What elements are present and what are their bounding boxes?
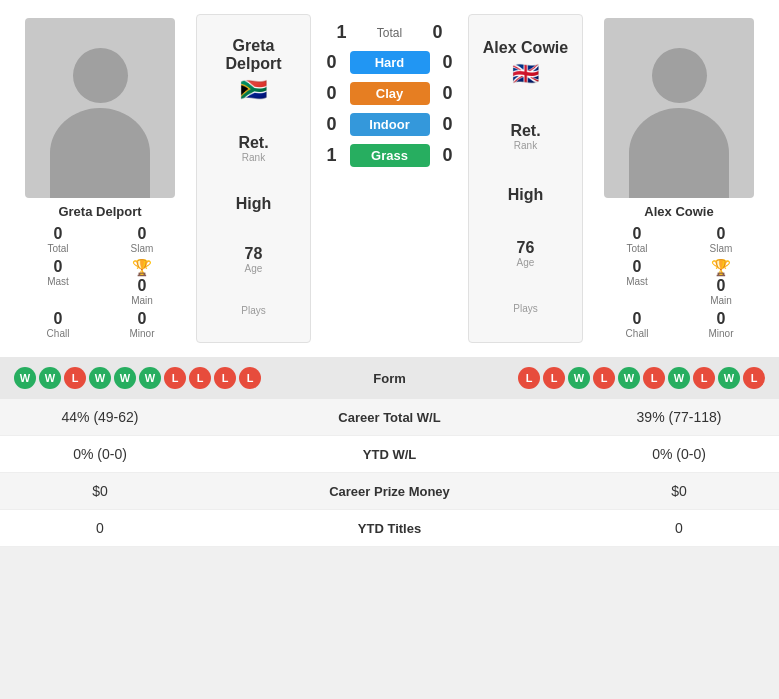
right-form-badge-w: W: [718, 367, 740, 389]
left-player-stats: 0 Total 0 Slam 0 Mast 🏆 0 Main 0: [18, 225, 182, 339]
right-minor-stat: 0 Minor: [681, 310, 761, 339]
hard-left-score: 0: [322, 52, 342, 73]
left-player-card: Greta Delport 0 Total 0 Slam 0 Mast 🏆 0: [10, 10, 190, 347]
right-mast-stat: 0 Mast: [597, 258, 677, 306]
clay-right-score: 0: [438, 83, 458, 104]
stats-row-right-1: 0% (0-0): [599, 446, 759, 462]
left-mast-label: Mast: [47, 276, 69, 287]
left-flag: 🇿🇦: [226, 77, 282, 103]
right-trophy: 🏆 0 Main: [681, 258, 761, 306]
right-age-value: 76: [517, 239, 535, 257]
left-high-item: High: [236, 191, 272, 217]
right-age-item: 76 Age: [517, 235, 535, 272]
left-chall-label: Chall: [47, 328, 70, 339]
right-slam-stat: 0 Slam: [681, 225, 761, 254]
right-player-name: Alex Cowie: [644, 204, 713, 219]
total-right-score: 0: [428, 22, 448, 43]
stats-row-right-3: 0: [599, 520, 759, 536]
right-minor-value: 0: [717, 310, 726, 328]
form-section: WWLWWWLLLL Form LLWLWLWLWL: [0, 357, 779, 399]
left-minor-label: Minor: [129, 328, 154, 339]
right-mast-label: Mast: [626, 276, 648, 287]
stats-row-label-3: YTD Titles: [180, 521, 599, 536]
right-plays-label: Plays: [513, 303, 537, 314]
right-player-details: Alex Cowie 🇬🇧 Ret. Rank High 76 Age Play…: [468, 14, 583, 343]
right-slam-label: Slam: [710, 243, 733, 254]
right-player-stats: 0 Total 0 Slam 0 Mast 🏆 0 Main 0: [597, 225, 761, 339]
stats-row-0: 44% (49-62)Career Total W/L39% (77-118): [0, 399, 779, 436]
clay-left-score: 0: [322, 83, 342, 104]
left-slam-stat: 0 Slam: [102, 225, 182, 254]
stats-row-label-0: Career Total W/L: [180, 410, 599, 425]
stats-row-left-3: 0: [20, 520, 180, 536]
right-total-value: 0: [633, 225, 642, 243]
right-mast-value: 0: [633, 258, 642, 276]
right-form-badge-l: L: [593, 367, 615, 389]
stats-section: 44% (49-62)Career Total W/L39% (77-118)0…: [0, 399, 779, 547]
right-trophy-icon: 🏆: [711, 258, 731, 277]
form-label: Form: [373, 371, 406, 386]
right-form-badge-l: L: [743, 367, 765, 389]
right-form-badge-l: L: [518, 367, 540, 389]
stats-row-label-2: Career Prize Money: [180, 484, 599, 499]
left-main-value: 0: [138, 277, 147, 295]
indoor-badge: Indoor: [350, 113, 430, 136]
right-form-badge-l: L: [643, 367, 665, 389]
left-form-badge-w: W: [39, 367, 61, 389]
left-trophy: 🏆 0 Main: [102, 258, 182, 306]
hard-right-score: 0: [438, 52, 458, 73]
stats-row-3: 0YTD Titles0: [0, 510, 779, 547]
right-slam-value: 0: [717, 225, 726, 243]
right-player-card: Alex Cowie 0 Total 0 Slam 0 Mast 🏆 0 Ma: [589, 10, 769, 347]
right-player-header: Alex Cowie 🇬🇧: [483, 39, 568, 87]
right-minor-label: Minor: [708, 328, 733, 339]
right-chall-value: 0: [633, 310, 642, 328]
right-form-badge-w: W: [568, 367, 590, 389]
indoor-left-score: 0: [322, 114, 342, 135]
left-total-stat: 0 Total: [18, 225, 98, 254]
right-high-item: High: [508, 182, 544, 208]
left-slam-value: 0: [138, 225, 147, 243]
left-rank-item: Ret. Rank: [238, 130, 268, 167]
stats-row-left-1: 0% (0-0): [20, 446, 180, 462]
right-main-label: Main: [710, 295, 732, 306]
stats-row-label-1: YTD W/L: [180, 447, 599, 462]
right-rank-label: Rank: [510, 140, 540, 151]
main-container: Greta Delport 0 Total 0 Slam 0 Mast 🏆 0: [0, 0, 779, 547]
left-form-badge-l: L: [64, 367, 86, 389]
left-minor-stat: 0 Minor: [102, 310, 182, 339]
indoor-right-score: 0: [438, 114, 458, 135]
grass-row: 1 Grass 0: [317, 144, 462, 167]
right-chall-label: Chall: [626, 328, 649, 339]
total-label: Total: [360, 26, 420, 40]
stats-row-left-0: 44% (49-62): [20, 409, 180, 425]
left-chall-stat: 0 Chall: [18, 310, 98, 339]
left-age-item: 78 Age: [245, 241, 263, 278]
left-main-label: Main: [131, 295, 153, 306]
right-main-value: 0: [717, 277, 726, 295]
left-slam-label: Slam: [131, 243, 154, 254]
left-chall-value: 0: [54, 310, 63, 328]
left-form-badge-w: W: [14, 367, 36, 389]
right-form-badges: LLWLWLWLWL: [518, 367, 765, 389]
grass-left-score: 1: [322, 145, 342, 166]
left-trophy-icon: 🏆: [132, 258, 152, 277]
right-plays-item: Plays: [513, 299, 537, 318]
left-plays-label: Plays: [241, 305, 265, 316]
stats-row-2: $0Career Prize Money$0: [0, 473, 779, 510]
left-player-header-name: GretaDelport: [226, 37, 282, 73]
right-player-avatar: [604, 18, 754, 198]
left-form-badge-w: W: [139, 367, 161, 389]
left-mast-value: 0: [54, 258, 63, 276]
right-total-label: Total: [626, 243, 647, 254]
left-minor-value: 0: [138, 310, 147, 328]
compare-section: Greta Delport 0 Total 0 Slam 0 Mast 🏆 0: [0, 0, 779, 357]
left-form-badge-w: W: [89, 367, 111, 389]
stats-row-1: 0% (0-0)YTD W/L0% (0-0): [0, 436, 779, 473]
left-player-header: GretaDelport 🇿🇦: [226, 37, 282, 103]
left-form-badge-l: L: [239, 367, 261, 389]
center-area: 1 Total 0 0 Hard 0 0 Clay 0 0 Indoor 0: [317, 10, 462, 347]
right-chall-stat: 0 Chall: [597, 310, 677, 339]
left-rank-label: Rank: [238, 152, 268, 163]
left-rank-value: Ret.: [238, 134, 268, 152]
